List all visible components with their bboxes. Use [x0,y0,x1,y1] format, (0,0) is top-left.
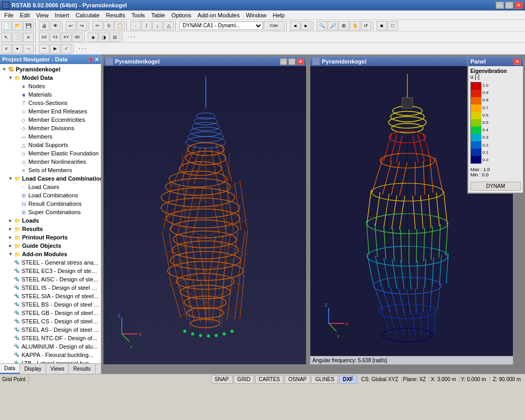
vp-left-min[interactable]: — [280,58,287,65]
menu-table[interactable]: Table [148,12,168,19]
panel-close-btn[interactable]: ✕ [94,57,99,62]
vp-left-close[interactable]: ✕ [297,58,304,65]
tb-member[interactable]: / [141,21,152,30]
module-item-12[interactable]: 🔩LTB - Lateral-torsional buc... [0,359,101,363]
tb-select[interactable]: ↖ [1,33,12,42]
cartes-btn[interactable]: CARTES [255,375,284,384]
tb-rotate[interactable]: ↺ [361,21,371,30]
module-item-11[interactable]: 🔩KAPPA - Flexural buckling... [0,351,101,359]
tb-printprev[interactable]: 👁 [50,21,60,30]
tb-3d[interactable]: 3D [72,33,82,42]
module-item-6[interactable]: 🔩STEEL GB - Design of steel r... [0,309,101,317]
tab-display[interactable]: Display [20,364,46,374]
module-item-10[interactable]: 🔩ALUMINIUM - Design of alu... [0,342,101,351]
module-item-0[interactable]: 🔩STEEL - General stress ana... [0,258,101,267]
tb-render[interactable]: ■ [376,21,387,30]
tree-load-combinations[interactable]: ⊞ Load Combinations [0,191,101,200]
load-case-combo[interactable]: DYNAM CA1 - Dynami... [179,22,263,30]
panel-close[interactable]: ✕ [513,58,521,65]
tb-filter[interactable]: ≡ [23,33,34,42]
tb-snap-node[interactable]: ● [12,44,23,54]
tb-copy[interactable]: ⎘ [103,21,114,30]
tb-support[interactable]: △ [163,21,174,30]
panel-pin[interactable]: 📌 [87,57,93,62]
tb-open[interactable]: 📂 [12,21,23,30]
tree-sets-of-members[interactable]: ≡ Sets of Members [0,166,101,174]
menu-edit[interactable]: Edit [17,12,33,19]
tb-paste[interactable]: 📋 [114,21,125,30]
module-item-1[interactable]: 🔩STEEL EC3 - Design of steel... [0,267,101,275]
menu-help[interactable]: Help [270,12,288,19]
tb-pan[interactable]: ✋ [350,21,360,30]
glines-btn[interactable]: GLINES [311,375,338,384]
tb-box-select[interactable]: ⬜ [12,33,23,42]
module-item-9[interactable]: 🔩STEEL NTC-DF - Design of... [0,334,101,342]
tree-root[interactable]: ▼ 🏗 Pyramidenkogel [0,65,101,74]
tree-members[interactable]: — Members [0,132,101,141]
menu-addon[interactable]: Add-on Modules [194,12,243,19]
tb-zoom-out[interactable]: 🔎 [328,21,338,30]
tb-animation[interactable]: ▶ [50,44,60,54]
tree-addon-modules[interactable]: ▼ 📁 Add-on Modules [0,250,101,258]
menu-results[interactable]: Results [103,12,129,19]
tb-save[interactable]: 💾 [23,21,34,30]
tree-load-cases[interactable]: ─ Load Cases [0,183,101,191]
tree-super-combinations[interactable]: ⊞ Super Combinations [0,208,101,216]
snap-btn[interactable]: SNAP [211,375,233,384]
tb-shade[interactable]: ◑ [99,33,109,42]
tree-nodal-supports[interactable]: △ Nodal Supports [0,141,101,149]
tb-new[interactable]: 📄 [1,21,12,30]
tb-next[interactable]: ► [301,21,311,30]
tree-member-nonlinearities[interactable]: ◇ Member Nonlinearities [0,158,101,166]
tb-redo[interactable]: ↪ [77,21,87,30]
tb-fit[interactable]: ⊞ [339,21,349,30]
tree-guide-objects[interactable]: ► 📁 Guide Objects [0,242,101,250]
maximize-button[interactable]: □ [505,2,513,9]
tree-printout[interactable]: ► 📁 Printout Reports [0,233,101,242]
tree-loads[interactable]: ► 📁 Loads [0,216,101,225]
tb-prev[interactable]: ◄ [290,21,300,30]
tb-front[interactable]: XZ [39,33,49,42]
vp-left-max[interactable]: □ [288,58,296,65]
tree-results[interactable]: ► 📁 Results [0,225,101,233]
tb-print[interactable]: 🖨 [39,21,49,30]
tab-results[interactable]: Results [69,364,95,374]
module-item-5[interactable]: 🔩STEEL BS - Design of steel r... [0,300,101,309]
module-item-8[interactable]: 🔩STEEL AS - Design of steel r... [0,326,101,334]
tb-render2[interactable]: ◈ [88,33,98,42]
tb-snap-grid[interactable]: # [1,44,12,54]
tb-deform[interactable]: 〜 [39,44,49,54]
tree-load-combos[interactable]: ▼ 📁 Load Cases and Combinations [0,174,101,183]
menu-window[interactable]: Window [243,12,269,19]
menu-tools[interactable]: Tools [128,12,148,19]
tree-member-eccentricities[interactable]: ◇ Member Eccentricities [0,116,101,124]
tb-load[interactable]: ↓ [152,21,163,30]
osnap-btn[interactable]: OSNAP [285,375,310,384]
tab-views[interactable]: Views [46,364,69,374]
tree-model-data[interactable]: ▼ 📁 Model Data [0,74,101,82]
vp-left-content[interactable]: X Z Y [103,66,306,364]
tab-data[interactable]: Data [0,364,20,374]
tb-wire[interactable]: □ [387,21,398,30]
tree-materials[interactable]: ■ Materials [0,90,101,99]
tree-result-combinations[interactable]: ⊟ Result Combinations [0,200,101,208]
dynam-button[interactable]: DYNAM [470,182,521,191]
menu-options[interactable]: Options [168,12,194,19]
menu-view[interactable]: View [33,12,52,19]
module-item-7[interactable]: 🔩STEEL CS - Design of steel r... [0,317,101,326]
tb-zoom-in[interactable]: 🔍 [317,21,327,30]
module-item-3[interactable]: 🔩STEEL IS - Design of steel m... [0,284,101,292]
tree-member-end-releases[interactable]: ◇ Member End Releases [0,107,101,116]
tb-measure[interactable]: ↔ [23,44,34,54]
minimize-button[interactable]: — [496,2,504,9]
menu-calculate[interactable]: Calculate [72,12,103,19]
tb-cut[interactable]: ✂ [92,21,103,30]
menu-file[interactable]: File [1,12,17,19]
close-button[interactable]: ✕ [514,2,523,9]
tree-member-elastic-foundation[interactable]: ◇ Member Elastic Foundation [0,149,101,158]
tree-cross-sections[interactable]: ⊤ Cross-Sections [0,99,101,107]
menu-insert[interactable]: Insert [51,12,72,19]
tree-member-divisions[interactable]: ◇ Member Divisions [0,124,101,132]
tb-node[interactable]: · [130,21,141,30]
tb-line[interactable]: ⊟ [110,33,120,42]
